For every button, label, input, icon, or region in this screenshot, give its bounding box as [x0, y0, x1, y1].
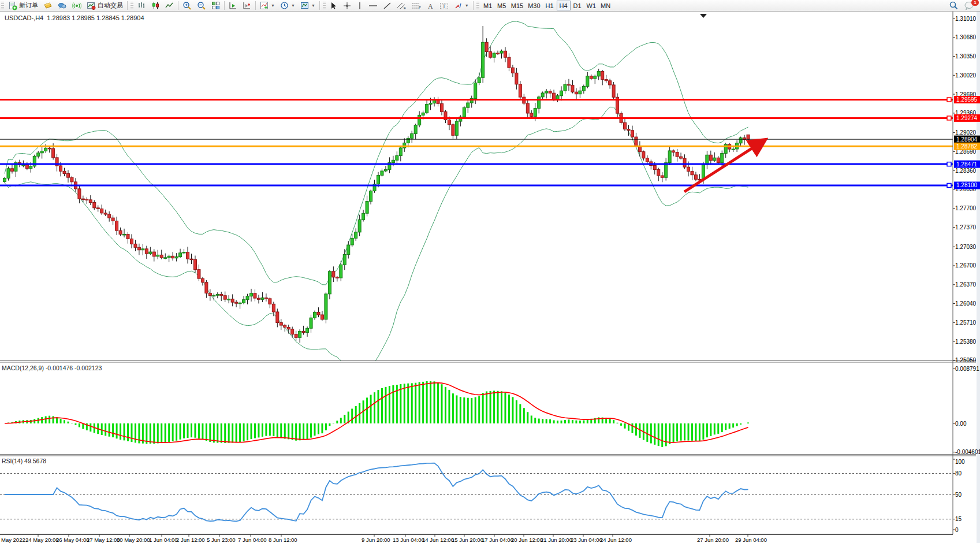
annotations[interactable] [684, 14, 763, 192]
text-button[interactable]: A [424, 1, 437, 10]
candle [100, 209, 103, 213]
new-order-button[interactable]: 新订单 [6, 1, 40, 10]
rsi-tick-label: 80 [955, 470, 962, 477]
candle [661, 176, 664, 177]
candle [642, 152, 645, 158]
candle [48, 148, 51, 149]
search-button[interactable] [947, 1, 961, 10]
candle [172, 256, 174, 258]
candle [489, 51, 492, 57]
svg-text:E: E [404, 6, 406, 10]
candle [179, 253, 182, 257]
svg-text:A: A [428, 2, 433, 10]
time-tick-label: 20 Jun 12:00 [511, 537, 543, 543]
horizontal-line-button[interactable] [366, 1, 380, 10]
fibonacci-button[interactable]: F [409, 1, 424, 10]
time-tick-label: 9 Jun 20:00 [362, 537, 390, 543]
zoom-in-button[interactable] [180, 1, 194, 10]
time-axis[interactable]: May 202224 May 20:0026 May 04:0027 May 1… [1, 534, 767, 543]
bar-chart-button[interactable] [135, 1, 148, 10]
timeframe-button-m30[interactable]: M30 [526, 1, 542, 10]
timeframe-button-h4[interactable]: H4 [557, 1, 571, 10]
candle [366, 202, 368, 214]
candle [216, 295, 219, 296]
toolbar-grip[interactable] [1, 2, 4, 10]
search-icon [949, 1, 959, 10]
candle [541, 93, 544, 97]
candle [440, 103, 443, 111]
toolbar: 新订单 [0, 0, 980, 12]
time-tick-label: 23 Jun 04:00 [571, 537, 602, 543]
candle [485, 42, 488, 51]
arrows-button[interactable]: ▼ [452, 1, 471, 10]
separator [473, 1, 474, 10]
price-flag-label: 1.28471 [956, 161, 978, 168]
fibonacci-icon: F [412, 2, 422, 10]
candle [167, 256, 170, 258]
price-chart[interactable]: 1.310101.306801.303501.300201.296901.293… [0, 11, 980, 543]
candle [145, 249, 148, 254]
candle [381, 171, 383, 175]
candle [709, 155, 712, 161]
tile-windows-button[interactable] [209, 1, 222, 10]
templates-button[interactable]: ▼ [298, 1, 318, 10]
toolbar-grip[interactable] [131, 2, 133, 10]
timeframe-button-mn[interactable]: MN [598, 1, 613, 10]
candle [504, 51, 506, 57]
zoom-out-button[interactable] [195, 1, 208, 10]
toolbar-grip[interactable] [476, 2, 479, 10]
equidistant-channel-button[interactable]: E [394, 1, 409, 10]
candle [314, 313, 316, 318]
line-handle[interactable] [947, 98, 951, 102]
zoom-out-icon [197, 1, 206, 10]
line-handle[interactable] [947, 162, 951, 166]
macd-tick-label: -0.004601 [955, 449, 980, 455]
periods-button[interactable]: ▼ [278, 1, 297, 10]
candle [605, 80, 608, 81]
chart-shift-marker[interactable] [700, 14, 707, 18]
candle [78, 189, 81, 199]
timeframe-button-m1[interactable]: M1 [481, 1, 495, 10]
timeframe-button-m15[interactable]: M15 [509, 1, 526, 10]
price-flag-label: 1.28904 [956, 136, 978, 143]
price-tick-label: 1.26700 [955, 262, 977, 269]
trendline-button[interactable] [381, 1, 394, 10]
candle [355, 232, 357, 239]
candle [25, 165, 28, 168]
auto-scroll-button[interactable] [226, 1, 240, 10]
line-chart-button[interactable] [163, 1, 176, 10]
indicators-button[interactable]: ▼ [258, 1, 277, 10]
timeframe-button-m5[interactable]: M5 [495, 1, 509, 10]
crosshair-button[interactable] [341, 1, 353, 10]
candle [463, 107, 465, 117]
timeframe-button-h1[interactable]: H1 [543, 1, 557, 10]
sticker-button[interactable] [41, 1, 55, 10]
candle [582, 87, 585, 91]
price-flag-label: 1.29595 [956, 96, 978, 103]
candle [455, 121, 458, 135]
vertical-line-button[interactable] [354, 1, 366, 10]
signals-button[interactable] [70, 1, 84, 10]
text-label-button[interactable]: T [437, 1, 451, 10]
candle [721, 153, 724, 162]
macd-main-value: -0.001476 [46, 365, 73, 371]
cursor-icon [330, 2, 338, 10]
chart-shift-button[interactable] [240, 1, 254, 10]
trend-arrow[interactable] [684, 141, 763, 192]
candlestick-chart-button[interactable] [149, 1, 162, 10]
notifications-button[interactable]: 1 [962, 1, 977, 10]
timeframe-button-w1[interactable]: W1 [584, 1, 599, 10]
timeframe-button-d1[interactable]: D1 [571, 1, 584, 10]
community-button[interactable] [55, 1, 69, 10]
rsi-tick-label: 15 [955, 516, 962, 522]
auto-trading-button[interactable]: 自动交易 [84, 1, 125, 10]
line-handle[interactable] [947, 183, 951, 187]
candle [108, 214, 111, 218]
toolbar-grip[interactable] [323, 2, 326, 10]
candle [149, 252, 152, 254]
cursor-button[interactable] [327, 1, 340, 10]
arrow-shapes-icon [454, 2, 463, 10]
line-handle[interactable] [947, 116, 951, 120]
time-tick-label: 17 Jun 04:00 [482, 537, 513, 543]
candle [193, 259, 196, 270]
